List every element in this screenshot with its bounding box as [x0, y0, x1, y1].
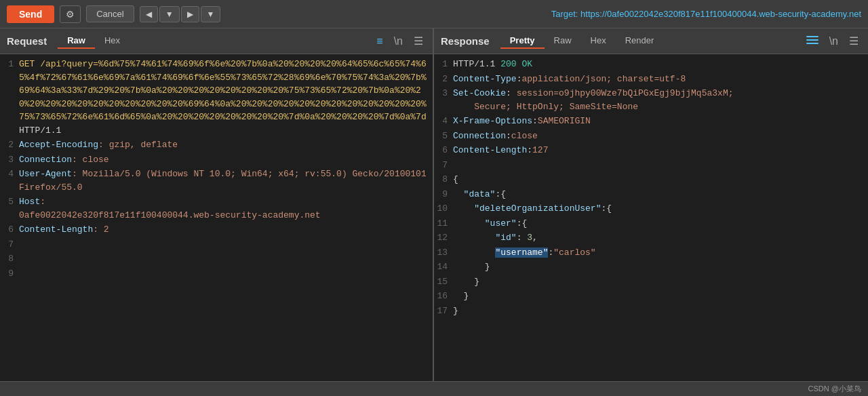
response-panel-body[interactable]: 1HTTP/1.1 200 OK2Content-Type:applicatio…	[434, 54, 868, 381]
request-line: 6Content-Length: 2	[0, 222, 433, 237]
request-panel-header: Request Raw Hex ≡ \n ☰	[0, 28, 433, 54]
line-number: 4	[0, 167, 19, 181]
request-panel-body[interactable]: 1GET /api?query=%6d%75%74%61%74%69%6f%6e…	[0, 54, 433, 381]
response-line-content: "user":{	[453, 217, 864, 231]
request-panel: Request Raw Hex ≡ \n ☰ 1GET /api?query=%…	[0, 28, 434, 381]
response-line: 13 "username":"carlos"	[434, 245, 868, 260]
response-line-content: "data":{	[453, 188, 864, 201]
toolbar: Send ⚙ Cancel ◀ ▼ ▶ ▼ Target: https://0a…	[0, 0, 868, 28]
response-line-content: HTTP/1.1 200 OK	[453, 58, 864, 71]
response-line: 3Set-Cookie: session=o9jhpy00Wze7bQiPGxE…	[434, 86, 868, 114]
line-number: 9	[434, 188, 453, 201]
response-line-content: "username":"carlos"	[453, 246, 864, 260]
line-number: 12	[434, 231, 453, 245]
svg-rect-0	[806, 36, 818, 37]
line-number: 8	[434, 173, 453, 186]
nav-down1-button[interactable]: ▼	[159, 6, 180, 22]
response-line: 2Content-Type:application/json; charset=…	[434, 72, 868, 87]
line-number: 2	[434, 73, 453, 86]
line-number: 8	[0, 252, 19, 266]
request-line: 1GET /api?query=%6d%75%74%61%74%69%6f%6e…	[0, 57, 433, 138]
response-line-content: }	[453, 304, 864, 318]
request-panel-icons: ≡ \n ☰	[374, 35, 426, 48]
response-tab-group: Pretty Raw Hex Render	[500, 33, 664, 49]
line-content: User-Agent: Mozilla/5.0 (Windows NT 10.0…	[19, 167, 429, 194]
request-line: 8	[0, 252, 433, 266]
response-line-content: Content-Length:127	[453, 144, 864, 157]
response-line: 17}	[434, 304, 868, 319]
request-line: 5Host: 0afe0022042e320f817e11f100400044.…	[0, 195, 433, 222]
response-line-content: Connection:close	[453, 130, 864, 143]
response-line: 8{	[434, 172, 868, 187]
response-line-content: {	[453, 173, 864, 186]
request-pretty-icon[interactable]: ≡	[374, 35, 385, 48]
line-number: 16	[434, 290, 453, 303]
tab-request-raw[interactable]: Raw	[58, 33, 95, 49]
nav-down2-button[interactable]: ▼	[201, 6, 221, 22]
request-line: 4User-Agent: Mozilla/5.0 (Windows NT 10.…	[0, 167, 433, 195]
response-line: 9 "data":{	[434, 187, 868, 202]
svg-rect-1	[806, 39, 818, 41]
nav-buttons: ◀ ▼ ▶ ▼	[140, 6, 221, 22]
watermark: CSDN @小菜鸟	[808, 384, 861, 394]
response-line: 1HTTP/1.1 200 OK	[434, 57, 868, 72]
response-line-content: }	[453, 260, 864, 274]
line-number: 15	[434, 275, 453, 289]
response-menu-icon[interactable]: ☰	[846, 35, 861, 48]
response-line: 5Connection:close	[434, 129, 868, 144]
send-button[interactable]: Send	[7, 5, 54, 23]
svg-rect-2	[806, 43, 818, 44]
request-line: 2Accept-Encoding: gzip, deflate	[0, 138, 433, 153]
response-line: 7	[434, 158, 868, 173]
main-content: Request Raw Hex ≡ \n ☰ 1GET /api?query=%…	[0, 28, 868, 381]
line-number: 6	[434, 144, 453, 157]
tab-response-hex[interactable]: Hex	[581, 33, 616, 49]
line-number: 6	[0, 223, 19, 237]
response-line-content: "deleteOrganizationUser":{	[453, 202, 864, 216]
response-pretty-icon[interactable]	[804, 34, 821, 48]
response-line: 15 }	[434, 275, 868, 290]
target-url-bar: Target: https://0afe0022042e320f817e11f1…	[551, 9, 861, 19]
line-number: 5	[0, 195, 19, 209]
nav-prev-button[interactable]: ◀	[140, 6, 158, 22]
request-title: Request	[7, 35, 47, 47]
response-line-content: Content-Type:application/json; charset=u…	[453, 73, 864, 86]
line-number: 2	[0, 138, 19, 152]
line-content: Accept-Encoding: gzip, deflate	[19, 138, 429, 152]
line-number: 7	[0, 238, 19, 252]
response-panel: Response Pretty Raw Hex Render \n ☰	[434, 28, 868, 381]
response-panel-header: Response Pretty Raw Hex Render \n ☰	[434, 28, 868, 54]
request-line: 7	[0, 237, 433, 252]
request-line: 9	[0, 266, 433, 281]
bottom-bar: CSDN @小菜鸟	[0, 381, 868, 396]
line-number: 1	[434, 58, 453, 71]
line-number: 3	[434, 87, 453, 100]
line-content: Host: 0afe0022042e320f817e11f100400044.w…	[19, 195, 429, 222]
line-number: 4	[434, 115, 453, 128]
highlighted-username: "username"	[495, 248, 548, 258]
tab-response-raw[interactable]: Raw	[545, 33, 581, 49]
response-line-content: }	[453, 290, 864, 303]
response-line: 11 "user":{	[434, 216, 868, 231]
cancel-button[interactable]: Cancel	[86, 5, 134, 22]
request-menu-icon[interactable]: ☰	[411, 35, 426, 48]
tab-request-hex[interactable]: Hex	[95, 33, 130, 49]
tab-response-pretty[interactable]: Pretty	[500, 33, 545, 49]
response-line: 4X-Frame-Options:SAMEORIGIN	[434, 114, 868, 129]
response-nl-icon[interactable]: \n	[827, 35, 841, 48]
request-line: 3Connection: close	[0, 153, 433, 167]
nav-next-button[interactable]: ▶	[181, 6, 199, 22]
line-content: Connection: close	[19, 153, 429, 167]
response-line-content: X-Frame-Options:SAMEORIGIN	[453, 115, 864, 128]
line-number: 1	[0, 58, 19, 71]
response-line: 10 "deleteOrganizationUser":{	[434, 201, 868, 216]
tab-response-render[interactable]: Render	[616, 33, 664, 49]
line-content: GET /api?query=%6d%75%74%61%74%69%6f%6e%…	[19, 58, 429, 137]
line-number: 3	[0, 153, 19, 167]
line-number: 14	[434, 260, 453, 274]
gear-button[interactable]: ⚙	[60, 5, 81, 23]
request-nl-icon[interactable]: \n	[391, 35, 406, 48]
line-number: 11	[434, 217, 453, 231]
response-line: 16 }	[434, 289, 868, 304]
target-url: https://0afe0022042e320f817e11f100400044…	[580, 9, 861, 19]
